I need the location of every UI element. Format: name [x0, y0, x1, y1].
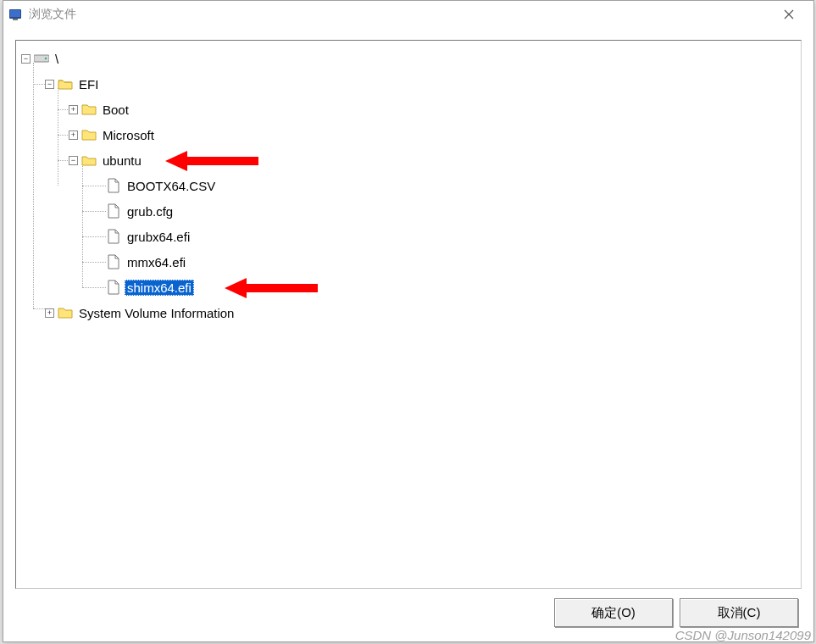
cancel-button[interactable]: 取消(C) — [680, 598, 798, 627]
tree-node-file[interactable]: BOOTX64.CSV — [21, 173, 799, 198]
tree-node-boot[interactable]: + Boot — [21, 97, 799, 122]
folder-icon — [58, 305, 73, 320]
node-label: shimx64.efi — [125, 280, 194, 296]
tree-node-ubuntu[interactable]: − ubuntu — [21, 147, 799, 173]
svg-rect-1 — [10, 10, 20, 17]
folder-open-icon — [81, 153, 97, 168]
node-label: \ — [53, 51, 61, 67]
svg-rect-2 — [13, 19, 18, 20]
button-label: 取消(C) — [718, 605, 761, 621]
expand-icon[interactable]: + — [69, 105, 78, 114]
node-label: grubx64.efi — [125, 229, 192, 245]
file-icon — [106, 178, 121, 193]
folder-icon — [81, 127, 97, 142]
dialog-body: − \ − EFI + — [3, 28, 813, 641]
node-label: mmx64.efi — [125, 254, 188, 270]
folder-open-icon — [58, 76, 73, 92]
collapse-icon[interactable]: − — [45, 80, 54, 89]
node-label: Microsoft — [100, 127, 157, 143]
button-row: 确定(O) 取消(C) — [15, 589, 802, 630]
node-label: grub.cfg — [125, 203, 175, 219]
node-label: ubuntu — [100, 153, 144, 169]
svg-point-4 — [45, 58, 47, 60]
dialog-window: 浏览文件 — [3, 0, 814, 642]
button-label: 确定(O) — [591, 605, 636, 621]
file-icon — [106, 280, 121, 295]
tree-node-file[interactable]: grubx64.efi — [21, 224, 799, 249]
node-label: Boot — [100, 102, 131, 118]
collapse-icon[interactable]: − — [21, 54, 31, 64]
file-icon — [106, 254, 121, 269]
tree-view[interactable]: − \ − EFI + — [15, 40, 802, 589]
collapse-icon[interactable]: − — [69, 156, 78, 165]
tree-node-root[interactable]: − \ — [21, 46, 799, 71]
titlebar: 浏览文件 — [3, 1, 813, 28]
tree-node-sysvol[interactable]: + System Volume Information — [21, 300, 799, 325]
folder-icon — [81, 102, 97, 117]
node-label: EFI — [76, 76, 101, 92]
app-icon — [8, 8, 22, 21]
expand-icon[interactable]: + — [45, 308, 54, 318]
expand-icon[interactable]: + — [69, 130, 78, 140]
ok-button[interactable]: 确定(O) — [554, 598, 673, 627]
drive-icon — [34, 51, 49, 66]
tree-node-file-selected[interactable]: shimx64.efi — [21, 275, 799, 300]
tree-node-file[interactable]: mmx64.efi — [21, 249, 799, 275]
node-label: BOOTX64.CSV — [125, 178, 218, 194]
file-icon — [106, 229, 121, 244]
window-title: 浏览文件 — [29, 7, 769, 22]
node-label: System Volume Information — [76, 305, 236, 321]
tree-node-file[interactable]: grub.cfg — [21, 198, 799, 224]
tree-node-microsoft[interactable]: + Microsoft — [21, 122, 799, 147]
file-icon — [106, 203, 121, 219]
tree-node-efi[interactable]: − EFI — [21, 71, 799, 97]
close-button[interactable] — [769, 1, 808, 28]
